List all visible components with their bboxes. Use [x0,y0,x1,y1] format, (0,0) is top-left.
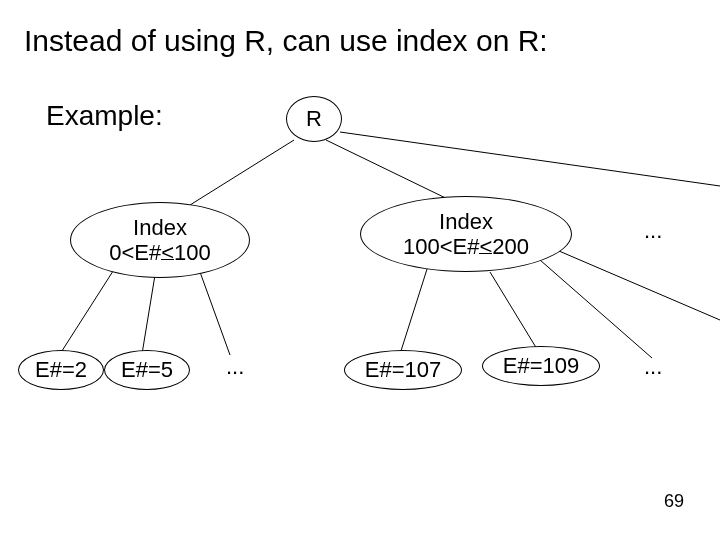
svg-line-8 [540,260,652,358]
index-left-text: Index 0<E#<100 [109,215,211,266]
svg-line-0 [190,140,294,205]
svg-line-2 [340,132,720,186]
svg-line-1 [326,140,460,205]
svg-line-7 [490,272,540,354]
leaf-label: E#=2 [35,357,87,382]
example-label: Example: [46,100,163,132]
leaf-label: E#=5 [121,357,173,382]
index-right-node: Index 100<E#<200 [360,196,572,272]
page-title: Instead of using R, can use index on R: [24,24,548,58]
svg-line-4 [142,275,155,354]
leaf-node: E#=2 [18,350,104,390]
slide-number: 69 [664,491,684,512]
leaf-label: E#=107 [365,357,441,382]
svg-line-9 [552,248,720,320]
leaf-node: E#=5 [104,350,190,390]
index-right-text: Index 100<E#<200 [403,209,529,260]
leaf-node: E#=109 [482,346,600,386]
ellipsis: ... [644,218,662,244]
root-node: R [286,96,342,142]
leaf-label: E#=109 [503,353,579,378]
svg-line-6 [400,266,428,354]
ellipsis: ... [226,354,244,380]
svg-line-3 [60,268,115,354]
ellipsis: ... [644,354,662,380]
leaf-node: E#=107 [344,350,462,390]
svg-line-5 [200,272,230,355]
index-left-node: Index 0<E#<100 [70,202,250,278]
root-node-label: R [306,106,322,131]
